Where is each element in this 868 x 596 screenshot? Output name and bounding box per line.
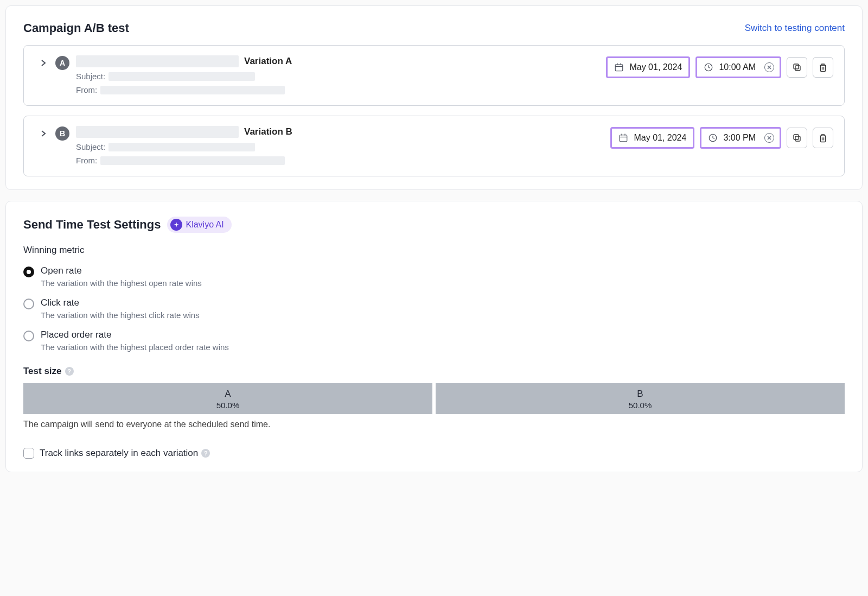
expand-icon[interactable] bbox=[38, 58, 49, 68]
panel-header: Campaign A/B test Switch to testing cont… bbox=[23, 21, 845, 35]
radio-input[interactable] bbox=[23, 331, 34, 341]
test-size-note: The campaign will send to everyone at th… bbox=[23, 420, 845, 429]
checkbox-label: Track links separately in each variation… bbox=[40, 448, 210, 459]
test-segment-b: B 50.0% bbox=[436, 383, 845, 414]
radio-input[interactable] bbox=[23, 267, 34, 277]
help-icon[interactable]: ? bbox=[65, 367, 74, 376]
radio-label: Open rate bbox=[41, 265, 202, 276]
variation-card-a: A Variation A Subject: From: May 01, 202… bbox=[23, 45, 845, 106]
clock-icon bbox=[708, 133, 718, 143]
variation-title: Variation A bbox=[244, 56, 292, 67]
time-value: 10:00 AM bbox=[719, 62, 756, 72]
radio-label: Placed order rate bbox=[41, 329, 229, 340]
segment-percent: 50.0% bbox=[436, 401, 845, 410]
campaign-name-placeholder bbox=[76, 126, 239, 138]
expand-icon[interactable] bbox=[38, 128, 49, 139]
radio-click-rate[interactable]: Click rate The variation with the highes… bbox=[23, 297, 845, 320]
variation-controls: May 01, 2024 3:00 PM bbox=[610, 127, 833, 149]
variation-body: Variation B Subject: From: bbox=[76, 126, 604, 165]
trash-icon bbox=[818, 133, 828, 143]
test-size-label: Test size ? bbox=[23, 366, 845, 377]
radio-label: Click rate bbox=[41, 297, 200, 308]
time-picker[interactable]: 3:00 PM bbox=[700, 127, 781, 149]
checkbox-input[interactable] bbox=[23, 448, 34, 459]
variation-card-b: B Variation B Subject: From: May 01, 202… bbox=[23, 116, 845, 176]
subject-label: Subject: bbox=[76, 72, 105, 81]
help-icon[interactable]: ? bbox=[201, 449, 210, 458]
campaign-ab-panel: Campaign A/B test Switch to testing cont… bbox=[5, 5, 863, 190]
subject-placeholder bbox=[108, 72, 255, 81]
radio-input[interactable] bbox=[23, 299, 34, 309]
radio-open-rate[interactable]: Open rate The variation with the highest… bbox=[23, 265, 845, 288]
radio-desc: The variation with the highest open rate… bbox=[41, 278, 202, 288]
winning-metric-radio-group: Open rate The variation with the highest… bbox=[23, 265, 845, 352]
clock-icon bbox=[704, 62, 713, 72]
send-time-settings-panel: Send Time Test Settings Klaviyo AI Winni… bbox=[5, 201, 863, 472]
sparkle-icon bbox=[170, 219, 182, 231]
variation-controls: May 01, 2024 10:00 AM bbox=[606, 56, 833, 78]
svg-rect-7 bbox=[795, 66, 800, 71]
klaviyo-ai-badge: Klaviyo AI bbox=[167, 217, 231, 233]
from-placeholder bbox=[100, 86, 285, 94]
copy-icon bbox=[792, 62, 802, 72]
track-links-row[interactable]: Track links separately in each variation… bbox=[23, 448, 845, 459]
panel-title: Campaign A/B test bbox=[23, 21, 129, 35]
delete-button[interactable] bbox=[813, 57, 833, 78]
radio-desc: The variation with the highest placed or… bbox=[41, 343, 229, 352]
svg-rect-8 bbox=[794, 64, 799, 69]
from-label: From: bbox=[76, 85, 97, 94]
svg-rect-19 bbox=[794, 135, 799, 140]
svg-rect-18 bbox=[795, 136, 800, 141]
test-size-bar[interactable]: A 50.0% B 50.0% bbox=[23, 383, 845, 414]
calendar-icon bbox=[614, 62, 624, 72]
ai-badge-label: Klaviyo AI bbox=[186, 220, 224, 230]
svg-rect-11 bbox=[620, 135, 628, 142]
clear-time-icon[interactable] bbox=[764, 133, 774, 143]
switch-to-content-link[interactable]: Switch to testing content bbox=[745, 23, 845, 34]
subject-label: Subject: bbox=[76, 142, 105, 151]
segment-percent: 50.0% bbox=[23, 401, 432, 410]
duplicate-button[interactable] bbox=[787, 57, 807, 78]
trash-icon bbox=[818, 62, 828, 72]
copy-icon bbox=[792, 133, 802, 143]
date-picker[interactable]: May 01, 2024 bbox=[606, 56, 690, 78]
campaign-name-placeholder bbox=[76, 55, 239, 67]
date-value: May 01, 2024 bbox=[634, 133, 686, 143]
variation-badge: B bbox=[55, 126, 69, 141]
settings-title: Send Time Test Settings bbox=[23, 218, 161, 232]
settings-header: Send Time Test Settings Klaviyo AI bbox=[23, 217, 845, 233]
time-value: 3:00 PM bbox=[723, 133, 756, 143]
delete-button[interactable] bbox=[813, 128, 833, 148]
time-picker[interactable]: 10:00 AM bbox=[695, 56, 781, 78]
variation-body: Variation A Subject: From: bbox=[76, 55, 599, 94]
winning-metric-label: Winning metric bbox=[23, 245, 845, 256]
clear-time-icon[interactable] bbox=[764, 62, 774, 72]
segment-letter: B bbox=[436, 389, 845, 400]
test-segment-a: A 50.0% bbox=[23, 383, 432, 414]
from-placeholder bbox=[100, 156, 285, 165]
radio-placed-order-rate[interactable]: Placed order rate The variation with the… bbox=[23, 329, 845, 352]
radio-desc: The variation with the highest click rat… bbox=[41, 310, 200, 320]
svg-rect-0 bbox=[616, 65, 623, 71]
date-picker[interactable]: May 01, 2024 bbox=[610, 127, 694, 149]
calendar-icon bbox=[618, 133, 628, 143]
segment-letter: A bbox=[23, 389, 432, 400]
variation-badge: A bbox=[55, 56, 69, 70]
date-value: May 01, 2024 bbox=[629, 62, 682, 72]
duplicate-button[interactable] bbox=[787, 128, 807, 148]
subject-placeholder bbox=[108, 143, 255, 151]
from-label: From: bbox=[76, 156, 97, 165]
variation-title: Variation B bbox=[244, 126, 292, 137]
